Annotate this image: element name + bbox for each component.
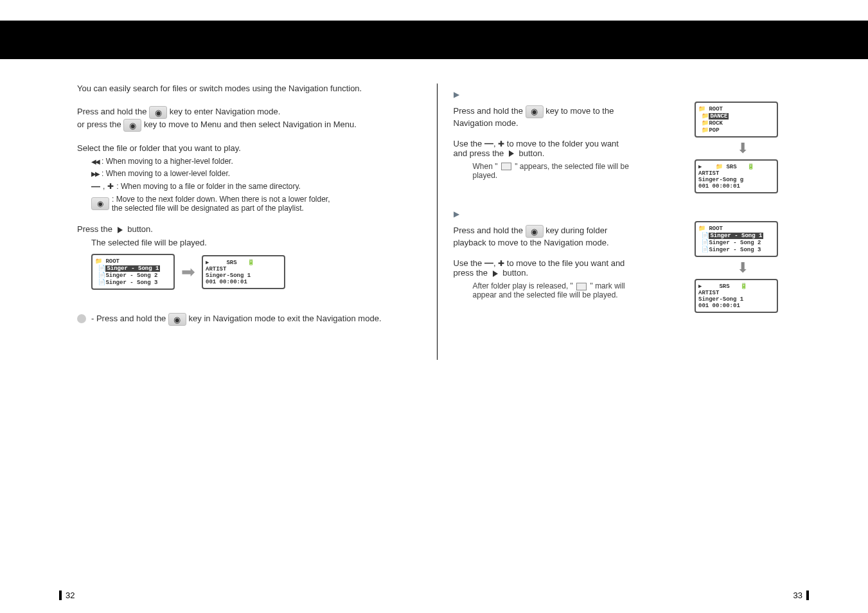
- center-key-icon: ◉: [149, 106, 167, 119]
- s1-l2b: to move to the folder you want: [507, 139, 619, 148]
- s2a-r1: Singer - Song 1: [709, 233, 763, 239]
- s2-l2c: press the: [454, 268, 488, 278]
- page-number-right: 33: [793, 591, 809, 600]
- center-key-icon: ◉: [123, 119, 141, 132]
- plus-icon: [498, 258, 504, 268]
- sec1-cue: ▶: [454, 89, 792, 99]
- note-section: - Press and hold the ◉ key in Navigation…: [77, 313, 415, 326]
- s1-l2a: Use the: [454, 139, 483, 148]
- step3-text-b: button.: [127, 224, 153, 234]
- s1-l2c: and press the: [454, 148, 504, 158]
- s2-l1c: playback to move to the Navigation mode.: [454, 238, 609, 247]
- sec2-cue: ▶: [454, 209, 792, 219]
- s2b-song: Singer-Song 1: [698, 296, 743, 303]
- center-key-icon: ◉: [168, 313, 186, 326]
- nav-ffwd-text: : When moving to a lower-level folder.: [102, 169, 230, 178]
- folder-open-icon: [501, 163, 511, 170]
- nav-rewind-text: : When moving to a higher-level folder.: [102, 157, 233, 166]
- file-icon: [576, 283, 587, 290]
- nav-center-text2: the selected file will be designated as …: [112, 204, 304, 213]
- s1b-song: Singer-Song g: [698, 177, 743, 183]
- s1-l1c: Navigation mode.: [454, 118, 518, 128]
- sec1-screen-b: ▶ 📁 SRS 🔋 ARTIST Singer-Song g 001 00:00…: [695, 159, 778, 193]
- play-icon: [509, 150, 514, 157]
- scr-row1: Singer - Song 1: [105, 265, 160, 272]
- note-text-b: key in Navigation mode to exit the Navig…: [189, 314, 382, 323]
- ffwd-icon: [91, 169, 99, 178]
- sec2-screen-a: 📁 ROOT 📄Singer - Song 1 📄Singer - Song 2…: [695, 221, 778, 257]
- scr-root: ROOT: [105, 258, 120, 265]
- s2a-root: ROOT: [709, 226, 723, 232]
- step1-text-a: Press and hold the: [77, 107, 146, 116]
- vertical-divider: [437, 84, 438, 360]
- s1b-top: SRS: [726, 164, 736, 170]
- s2-l1b: key during folder: [545, 226, 607, 236]
- s1-l1a: Press and hold the: [454, 106, 523, 116]
- device-screen-play: ▶ SRS 🔋 ARTIST Singer-Song 1 001 00:00:0…: [202, 255, 285, 289]
- s2-l2e: After folder play is released, ": [473, 281, 573, 290]
- scr2-song: Singer-Song 1: [206, 272, 251, 279]
- step1-text-d: key to move to Menu and then select Navi…: [144, 120, 357, 129]
- center-key-icon: ◉: [526, 225, 544, 238]
- step3-text-a: Press the: [77, 224, 112, 234]
- minus-icon: [484, 139, 493, 148]
- center-key-icon: ◉: [91, 197, 109, 210]
- s1-l1b: key to move to the: [545, 106, 614, 116]
- step3-sub: The selected file will be played.: [91, 238, 415, 247]
- nav-center-text1: : Move to the next folder down. When the…: [112, 195, 330, 204]
- arrow-right-icon: ➡: [181, 262, 195, 282]
- s1a-r1: DANCE: [709, 113, 729, 120]
- example-screens: 📁 ROOT 📄Singer - Song 1 📄Singer - Song 2…: [91, 254, 415, 290]
- s2-l2b: to move to the file you want and: [507, 258, 625, 268]
- s1-l2d: button.: [519, 148, 545, 158]
- s2-l2g: appear and the selected file will be pla…: [473, 290, 618, 299]
- step2-head: Select the file or folder that you want …: [77, 143, 415, 153]
- nav-ffwd-row: : When moving to a lower-level folder.: [91, 169, 415, 178]
- s2-l2f: " mark will: [590, 281, 625, 290]
- note-bullet-icon: [77, 314, 86, 323]
- s1-l2e: When ": [473, 162, 498, 171]
- scr-row3: Singer - Song 3: [105, 280, 157, 286]
- s1a-r2: ROCK: [709, 120, 723, 127]
- sec1: Press and hold the ◉ key to move to the …: [454, 102, 792, 193]
- minus-icon: [91, 181, 100, 191]
- sec1-screen-a: 📁 ROOT 📁DANCE 📁ROCK 📁POP: [695, 102, 778, 138]
- s2-l2a: Use the: [454, 258, 483, 268]
- scr2-artist: ARTIST: [206, 266, 226, 272]
- sec2-screen-b: ▶ SRS 🔋 ARTIST Singer-Song 1 001 00:00:0…: [695, 279, 778, 313]
- s2b-top: SRS: [719, 283, 729, 290]
- nav-center-row: ◉ : Move to the next folder down. When t…: [91, 195, 415, 213]
- s2-l2d: button.: [502, 268, 528, 278]
- nav-plusminus-row: , : When moving to a file or folder in t…: [91, 181, 415, 191]
- s2b-artist: ARTIST: [698, 290, 719, 296]
- nav-rewind-row: : When moving to a higher-level folder.: [91, 157, 415, 166]
- s1-l2f: " appears, the selected file will be: [515, 162, 629, 171]
- minus-icon: [484, 258, 493, 268]
- step1-text-b: key to enter Navigation mode.: [170, 107, 281, 116]
- scr2-top: SRS: [226, 260, 236, 266]
- plus-icon: [498, 139, 504, 148]
- intro-text: You can easily search for files or switc…: [77, 84, 415, 93]
- s2-l1a: Press and hold the: [454, 226, 523, 236]
- left-page: You can easily search for files or switc…: [58, 84, 434, 328]
- device-screen-nav: 📁 ROOT 📄Singer - Song 1 📄Singer - Song 2…: [91, 254, 175, 290]
- nav-plusminus-text: : When moving to a file or folder in the…: [116, 182, 301, 191]
- scr2-time: 001 00:00:01: [206, 279, 247, 285]
- step1-text-c: or press the: [77, 120, 121, 129]
- s2a-r2: Singer - Song 2: [709, 240, 761, 246]
- right-page: ▶ Press and hold the ◉ key to move to th…: [434, 84, 811, 328]
- center-key-icon: ◉: [526, 105, 544, 118]
- s1a-r3: POP: [709, 127, 719, 134]
- plus-icon: [107, 182, 114, 191]
- rewind-icon: [91, 157, 99, 166]
- s2b-time: 001 00:00:01: [698, 303, 740, 309]
- arrow-down-icon: ⬇: [695, 140, 791, 157]
- s1b-artist: ARTIST: [698, 170, 719, 177]
- scr-row2: Singer - Song 2: [105, 272, 157, 279]
- step3: Press the button.: [77, 224, 415, 234]
- note-text-a: - Press and hold the: [91, 314, 166, 323]
- s1a-root: ROOT: [709, 106, 723, 112]
- s1b-time: 001 00:00:01: [698, 183, 740, 190]
- sec2: Press and hold the ◉ key during folder p…: [454, 221, 792, 313]
- page-number-left: 32: [59, 591, 75, 600]
